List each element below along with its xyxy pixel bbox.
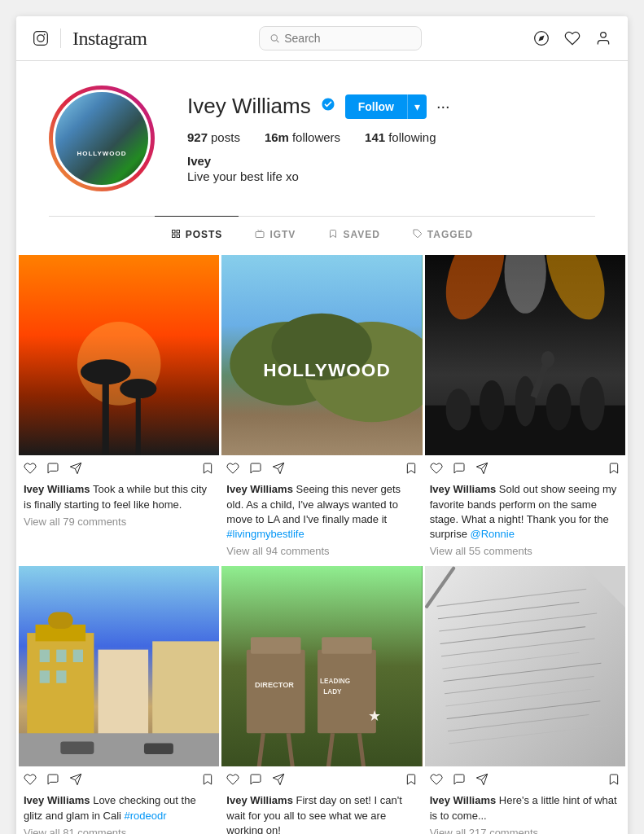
share-icon-6[interactable] (475, 773, 488, 790)
view-comments-4[interactable]: View all 81 comments (19, 827, 219, 834)
svg-rect-53 (56, 670, 66, 683)
tab-saved[interactable]: SAVED (312, 216, 396, 252)
svg-point-37 (545, 384, 571, 430)
tab-tagged-label: TAGGED (427, 229, 473, 240)
view-comments-1[interactable]: View all 79 comments (19, 516, 219, 534)
post-image-5[interactable]: DIRECTOR LEADING LADY ★ (221, 566, 422, 766)
profile-details: Ivey Williams Follow ▾ ··· 927 (187, 86, 595, 183)
post-actions-6 (425, 766, 625, 793)
search-bar[interactable] (259, 26, 422, 50)
list-item: HOLLYWOOD Ivey Williams Seeing this neve… (221, 255, 422, 564)
save-icon-1[interactable] (201, 462, 214, 479)
like-icon-3[interactable] (430, 462, 443, 479)
instagram-icon[interactable] (33, 30, 49, 46)
search-input[interactable] (284, 32, 410, 45)
user-icon[interactable] (595, 30, 611, 46)
view-comments-2[interactable]: View all 94 comments (221, 545, 422, 564)
profile-header: Ivey Williams Follow ▾ ··· 927 (16, 61, 628, 252)
share-icon-4[interactable] (69, 773, 82, 790)
compass-icon[interactable] (533, 30, 550, 46)
like-icon-5[interactable] (226, 773, 239, 790)
heart-icon[interactable] (564, 30, 580, 46)
svg-point-2 (44, 34, 46, 36)
share-icon-3[interactable] (475, 462, 488, 479)
save-icon-2[interactable] (405, 462, 418, 479)
svg-text:LADY: LADY (324, 688, 343, 696)
list-item: DIRECTOR LEADING LADY ★ (221, 566, 422, 834)
more-options-button[interactable]: ··· (436, 97, 450, 116)
share-icon-5[interactable] (272, 773, 285, 790)
tab-posts[interactable]: POSTS (155, 216, 239, 252)
post-user-4: Ivey Williams (24, 794, 90, 806)
like-icon-1[interactable] (24, 462, 37, 479)
follow-dropdown-button[interactable]: ▾ (407, 94, 427, 119)
post-hashtag-2: #livingmybestlife (226, 528, 304, 540)
like-icon-2[interactable] (226, 462, 239, 479)
following-label: following (388, 130, 436, 144)
instagram-logo: Instagram (72, 28, 147, 50)
follow-button-group: Follow ▾ (345, 94, 427, 119)
svg-point-38 (580, 377, 605, 431)
post-user-3: Ivey Williams (430, 483, 497, 495)
share-icon-2[interactable] (272, 462, 285, 479)
post-hashtag-4: #rodeodr (125, 810, 167, 822)
svg-rect-66 (322, 637, 372, 654)
profile-info: Ivey Williams Follow ▾ ··· 927 (49, 86, 595, 208)
svg-rect-0 (34, 32, 48, 46)
list-item: Ivey Williams Sold out show seeing my fa… (425, 255, 625, 564)
post-caption-2: Ivey Williams Seeing this never gets old… (221, 482, 422, 545)
post-caption-5: Ivey Williams First day on set! I can't … (221, 793, 422, 834)
save-icon-3[interactable] (607, 462, 620, 479)
post-caption-4: Ivey Williams Love checking out the glit… (19, 793, 219, 826)
following-count: 141 (365, 130, 385, 144)
navbar-divider (60, 29, 61, 48)
bookmark-icon-tab (328, 228, 338, 241)
post-actions-5 (221, 766, 422, 793)
comment-icon-3[interactable] (453, 462, 466, 479)
tag-icon (413, 228, 423, 241)
comment-icon-6[interactable] (453, 773, 466, 790)
save-icon-6[interactable] (607, 773, 620, 790)
post-image-3[interactable] (425, 255, 625, 455)
svg-rect-10 (172, 235, 175, 238)
posts-grid: Ivey Williams Took a while but this city… (16, 252, 628, 834)
avatar (53, 90, 151, 187)
svg-rect-55 (60, 742, 94, 754)
follow-button[interactable]: Follow (345, 94, 407, 119)
comment-icon-4[interactable] (46, 773, 59, 790)
view-comments-6[interactable]: View all 217 comments (425, 827, 625, 834)
svg-point-19 (120, 379, 156, 399)
comment-icon-2[interactable] (249, 462, 262, 479)
save-icon-4[interactable] (201, 773, 214, 790)
share-icon-1[interactable] (69, 462, 82, 479)
svg-rect-11 (177, 235, 180, 238)
post-image-1[interactable] (19, 255, 219, 455)
tab-igtv[interactable]: IGTV (239, 216, 312, 252)
posts-count: 927 (187, 130, 208, 144)
comment-icon-1[interactable] (46, 462, 59, 479)
svg-text:★: ★ (368, 707, 381, 724)
svg-rect-50 (56, 650, 66, 662)
comment-icon-5[interactable] (249, 773, 262, 790)
post-mention-3: @Ronnie (471, 528, 515, 540)
page-container: Instagram (16, 16, 628, 834)
svg-rect-9 (177, 230, 180, 234)
post-user-5: Ivey Williams (226, 794, 293, 806)
avatar-wrapper (49, 86, 155, 191)
post-image-4[interactable] (19, 566, 219, 766)
svg-rect-46 (48, 612, 73, 630)
post-user-2: Ivey Williams (226, 483, 293, 495)
list-item: Ivey Williams Here's a little hint of wh… (425, 566, 625, 834)
post-image-2[interactable]: HOLLYWOOD (221, 255, 422, 455)
save-icon-5[interactable] (405, 773, 418, 790)
tab-tagged[interactable]: TAGGED (396, 216, 489, 252)
post-actions-2 (221, 455, 422, 482)
svg-rect-56 (144, 744, 173, 754)
navbar: Instagram (16, 16, 628, 61)
svg-line-4 (276, 40, 278, 42)
svg-point-36 (515, 376, 536, 427)
like-icon-4[interactable] (24, 773, 37, 790)
view-comments-3[interactable]: View all 55 comments (425, 545, 625, 564)
like-icon-6[interactable] (430, 773, 443, 790)
post-image-6[interactable] (425, 566, 625, 766)
